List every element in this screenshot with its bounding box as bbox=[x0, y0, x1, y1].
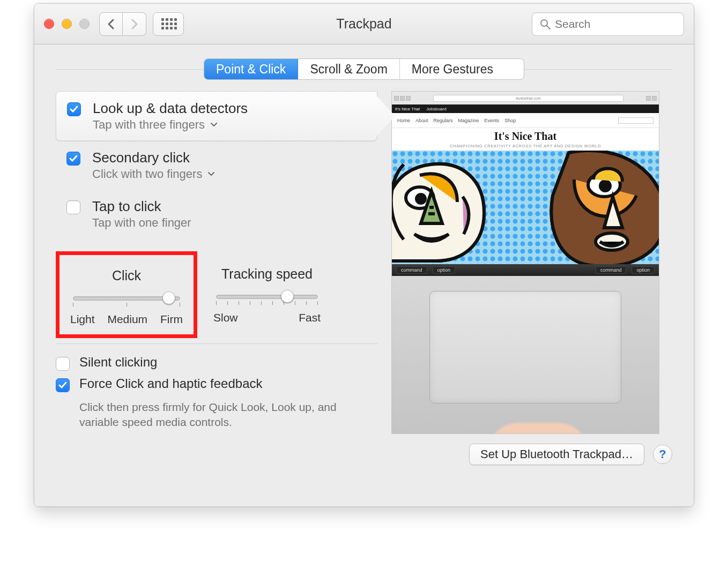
click-slider[interactable] bbox=[73, 296, 180, 301]
footer: Set Up Bluetooth Trackpad… ? bbox=[34, 434, 694, 465]
svg-line-1 bbox=[547, 26, 550, 29]
secondary-checkbox[interactable] bbox=[66, 152, 80, 166]
check-icon bbox=[69, 104, 79, 114]
content-panel: Look up & data detectors Tap with three … bbox=[56, 69, 672, 434]
preview-site-nav: HomeAbout RegularsMagazine EventsShop bbox=[392, 113, 659, 128]
search-field[interactable] bbox=[532, 12, 684, 36]
chevron-right-icon bbox=[131, 19, 138, 29]
silent-label: Silent clicking bbox=[79, 355, 157, 370]
secondary-title: Secondary click bbox=[92, 149, 215, 166]
force-checkbox[interactable] bbox=[56, 378, 70, 392]
search-input[interactable] bbox=[555, 18, 694, 31]
tracking-slider-group: Tracking speed Slow Fast bbox=[213, 251, 321, 333]
svg-point-3 bbox=[417, 195, 425, 203]
preview-url: itsnicethat.com bbox=[433, 95, 623, 102]
force-label: Force Click and haptic feedback bbox=[79, 376, 263, 391]
back-button[interactable] bbox=[99, 12, 123, 36]
chevron-down-icon bbox=[210, 120, 218, 130]
silent-checkbox[interactable] bbox=[56, 357, 70, 371]
preview-logo: It's Nice That bbox=[392, 130, 659, 143]
bluetooth-setup-button[interactable]: Set Up Bluetooth Trackpad… bbox=[469, 444, 644, 465]
search-icon bbox=[540, 19, 551, 29]
tab-point-click[interactable]: Point & Click bbox=[204, 59, 298, 79]
force-click-row[interactable]: Force Click and haptic feedback bbox=[56, 376, 377, 392]
check-icon bbox=[69, 154, 78, 163]
lookup-title: Look up & data detectors bbox=[93, 100, 248, 117]
help-button[interactable]: ? bbox=[653, 445, 672, 464]
annotation-highlight: Click Light Medium Firm bbox=[56, 251, 197, 338]
titlebar: Trackpad bbox=[34, 4, 694, 44]
tracking-slider[interactable] bbox=[216, 295, 318, 299]
bottom-options: Silent clicking Force Click and haptic f… bbox=[56, 343, 377, 430]
preview-column: itsnicethat.com It's Nice That Jobsboard… bbox=[391, 91, 672, 434]
options-column: Look up & data detectors Tap with three … bbox=[56, 91, 377, 434]
prefs-window: Trackpad Point & Click Scroll & Zoom Mor… bbox=[34, 3, 694, 507]
tracking-labels: Slow Fast bbox=[213, 311, 321, 324]
click-slider-title: Click bbox=[112, 268, 141, 283]
preview-artwork bbox=[392, 151, 659, 264]
lookup-checkbox[interactable] bbox=[67, 102, 81, 116]
tracking-slider-title: Tracking speed bbox=[221, 266, 313, 282]
tap-title: Tap to click bbox=[92, 198, 191, 215]
option-secondary-click[interactable]: Secondary click Click with two fingers bbox=[56, 141, 377, 190]
tab-scroll-zoom[interactable]: Scroll & Zoom bbox=[298, 59, 399, 79]
option-lookup[interactable]: Look up & data detectors Tap with three … bbox=[56, 91, 377, 141]
tracking-slider-thumb[interactable] bbox=[281, 290, 294, 303]
tracking-ticks bbox=[216, 301, 318, 305]
minimize-window-button[interactable] bbox=[62, 19, 72, 29]
click-slider-thumb[interactable] bbox=[162, 291, 175, 304]
option-tap-to-click[interactable]: Tap to click Tap with one finger bbox=[56, 190, 377, 238]
forward-button[interactable] bbox=[123, 12, 146, 36]
chevron-left-icon bbox=[107, 19, 115, 29]
tap-subtitle: Tap with one finger bbox=[92, 216, 191, 230]
preview-tabbar: It's Nice That Jobsboard bbox=[392, 104, 659, 113]
lookup-labels: Look up & data detectors Tap with three … bbox=[93, 100, 248, 132]
nav-back-forward bbox=[99, 12, 146, 36]
window-controls bbox=[44, 19, 90, 29]
secondary-labels: Secondary click Click with two fingers bbox=[92, 149, 215, 181]
grid-icon bbox=[161, 18, 175, 29]
close-window-button[interactable] bbox=[44, 19, 54, 29]
zoom-window-button[interactable] bbox=[79, 19, 90, 29]
click-ticks bbox=[73, 303, 180, 306]
preview-tagline: CHAMPIONING CREATIVITY ACROSS THE ART AN… bbox=[392, 144, 659, 148]
lookup-subtitle-menu[interactable]: Tap with three fingers bbox=[93, 118, 248, 132]
click-labels: Light Medium Firm bbox=[70, 313, 183, 326]
tap-labels: Tap to click Tap with one finger bbox=[92, 198, 191, 230]
gesture-preview: itsnicethat.com It's Nice That Jobsboard… bbox=[391, 91, 659, 434]
check-icon bbox=[58, 380, 68, 390]
chevron-down-icon bbox=[207, 169, 215, 179]
secondary-subtitle-menu[interactable]: Click with two fingers bbox=[92, 167, 215, 181]
body: Point & Click Scroll & Zoom More Gesture… bbox=[34, 44, 694, 506]
preview-search-box bbox=[618, 117, 653, 124]
click-slider-group: Click Light Medium Firm bbox=[70, 268, 183, 326]
preview-trackpad bbox=[392, 276, 659, 433]
show-all-button[interactable] bbox=[153, 12, 184, 36]
tab-bar: Point & Click Scroll & Zoom More Gesture… bbox=[204, 58, 524, 80]
force-desc: Click then press firmly for Quick Look, … bbox=[79, 400, 337, 430]
preview-keyboard: commandoption commandoption bbox=[392, 264, 659, 276]
silent-clicking-row[interactable]: Silent clicking bbox=[56, 355, 377, 371]
preview-browser-chrome: itsnicethat.com bbox=[392, 92, 659, 104]
tap-checkbox[interactable] bbox=[66, 200, 80, 214]
tab-more-gestures[interactable]: More Gestures bbox=[400, 59, 505, 79]
svg-point-0 bbox=[541, 20, 547, 26]
sliders-row: Click Light Medium Firm bbox=[56, 251, 377, 338]
svg-point-5 bbox=[600, 181, 610, 191]
